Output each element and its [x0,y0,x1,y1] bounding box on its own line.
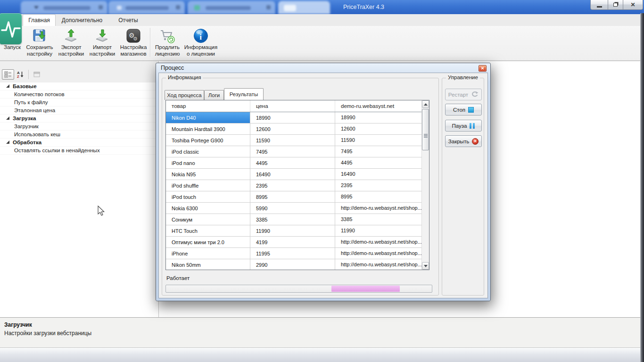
table-cell[interactable]: iPod nano [166,157,250,168]
ribbon-tab-3[interactable]: Отчеты [116,14,140,26]
table-cell[interactable]: 7495 [335,146,429,157]
ribbon-button-info[interactable]: iИнформацияо лицензии [183,26,218,59]
tree-category[interactable]: Обработка [0,139,158,147]
table-cell[interactable]: 16490 [335,169,429,180]
table-cell[interactable]: 2395 [250,180,335,191]
dialog-close-button[interactable]: ✕ [479,65,487,72]
table-cell[interactable]: Nikon D40 [166,112,250,123]
scrollbar-thumb[interactable] [422,109,429,150]
dialog-tab-2[interactable]: Логи [204,90,224,100]
table-cell[interactable]: iPod touch [166,191,250,202]
ribbon-button-stores-gear[interactable]: ⚙⚙Настройкамагазинов [117,26,150,59]
categorized-view-button[interactable] [2,69,14,80]
column-header[interactable]: demo-ru.webasyst.net [335,100,429,112]
import-icon [87,27,118,44]
table-cell[interactable]: Mountain Hardtail 3900 [166,123,250,134]
vertical-scrollbar[interactable] [421,100,429,270]
column-header[interactable]: цена [250,100,335,112]
table-cell[interactable]: 11990 [335,225,429,236]
table-cell[interactable]: 11990 [250,225,335,236]
table-cell[interactable]: 2990 [250,259,335,270]
table-cell[interactable]: http://demo-ru.webasyst.net/shop... [335,203,429,214]
property-pages-button[interactable] [31,69,43,80]
table-cell[interactable]: Nikon 50mm [166,259,250,270]
table-cell[interactable]: Nokia N95 [166,169,250,180]
table-cell[interactable]: iPod shuffle [166,180,250,191]
table-cell[interactable]: http://demo-ru.webasyst.net/shop... [335,248,429,259]
property-toolbar: A Z [2,69,43,80]
table-row[interactable]: Mountain Hardtail 39001260012600 [166,123,429,135]
table-cell[interactable]: http://demo-ru.webasyst.net/shop... [335,237,429,247]
table-cell[interactable]: 18990 [250,112,335,123]
table-cell[interactable]: 11590 [335,135,429,146]
table-cell[interactable]: Оптимус мини три 2.0 [166,237,250,247]
ribbon-button-save[interactable]: Сохранитьнастройку [25,26,55,59]
table-cell[interactable]: Соникум [166,214,250,225]
table-cell[interactable]: Nokia 6300 [166,203,250,214]
table-cell[interactable]: 4495 [335,157,429,168]
close-button[interactable]: ✕ [623,0,643,10]
blurred-browser-tab [21,1,107,14]
table-cell[interactable]: 3385 [250,214,335,225]
dialog-tab-3[interactable]: Результаты [224,88,264,100]
table-cell[interactable]: 12600 [335,123,429,134]
table-row[interactable]: HTC Touch1199011990 [166,225,429,237]
table-row[interactable]: Nokia N951649016490 [166,169,429,180]
tree-category[interactable]: Загрузка [0,115,158,123]
ribbon-button-import[interactable]: Импортнастройки [87,26,118,59]
table-row[interactable]: Соникум33853385 [166,214,429,225]
table-cell[interactable]: iPhone [166,248,250,259]
column-header[interactable]: товар [166,100,250,112]
table-cell[interactable]: 16490 [250,169,335,180]
tree-item[interactable]: Эталонная цена [0,107,158,115]
table-row[interactable]: Toshiba Portege G9001159011590 [166,135,429,146]
table-cell[interactable]: iPod classic [166,146,250,157]
dialog-tab-1[interactable]: Ход процесса [165,90,204,100]
scroll-up-button[interactable] [422,100,429,108]
ribbon-button-export[interactable]: Экспортнастройки [56,26,87,59]
table-cell[interactable]: 4495 [250,157,335,168]
table-cell[interactable]: Toshiba Portege G900 [166,135,250,146]
button-label: Стоп [453,107,465,113]
ribbon-button-cart-renew[interactable]: Продлитьлицензию [151,26,183,59]
tree-item[interactable]: Количество потоков [0,90,158,99]
table-row[interactable]: Nikon 50mm2990http://demo-ru.webasyst.ne… [166,259,429,270]
table-cell[interactable]: http://demo-ru.webasyst.net/shop... [335,259,429,270]
table-cell[interactable]: 8995 [335,191,429,202]
table-cell[interactable]: 4199 [250,237,335,247]
стоп-button[interactable]: Стоп [445,104,482,115]
minimize-button[interactable] [590,0,608,10]
table-row[interactable]: Оптимус мини три 2.04199http://demo-ru.w… [166,237,429,248]
tree-item[interactable]: Путь к файлу [0,99,158,107]
tree-category[interactable]: Базовые [0,82,158,90]
table-cell[interactable]: 8995 [250,191,335,202]
tree-item[interactable]: Использовать кеш [0,131,158,139]
ribbon-tab-2[interactable]: Дополнительно [60,14,104,26]
table-cell[interactable]: 5990 [250,203,335,214]
рестарт-button[interactable]: Рестарт [445,89,482,100]
table-row[interactable]: iPod nano44954495 [166,157,429,169]
table-row[interactable]: Nikon D401899018990 [166,112,429,123]
table-row[interactable]: Nokia 63005990http://demo-ru.webasyst.ne… [166,203,429,214]
table-row[interactable]: iPod shuffle23952395 [166,180,429,191]
table-cell[interactable]: 2395 [335,180,429,191]
table-row[interactable]: iPod touch89958995 [166,191,429,203]
table-cell[interactable]: 3385 [335,214,429,225]
пауза-button[interactable]: Пауза [445,120,482,132]
table-cell[interactable]: 18990 [335,112,429,123]
table-cell[interactable]: HTC Touch [166,225,250,236]
alphabetical-sort-button[interactable]: A Z [14,69,26,80]
table-cell[interactable]: 12600 [250,123,335,134]
tree-item[interactable]: Оставлять ссылки в ненайденных [0,147,158,155]
table-row[interactable]: iPhone11995http://demo-ru.webasyst.net/s… [166,248,429,259]
закрыть-button[interactable]: Закрыть✕ [445,135,482,147]
tree-item[interactable]: Загрузчик [0,123,158,131]
table-cell[interactable]: 11995 [250,248,335,259]
restore-button[interactable] [608,0,623,10]
table-row[interactable]: iPod classic74957495 [166,146,429,157]
table-cell[interactable]: 11590 [250,135,335,146]
ribbon-tab-1[interactable]: Главная [23,14,56,26]
table-cell[interactable]: 7495 [250,146,335,157]
help-description: Настройки загрузки вебстраницы [4,330,91,337]
scroll-down-button[interactable] [422,262,429,270]
